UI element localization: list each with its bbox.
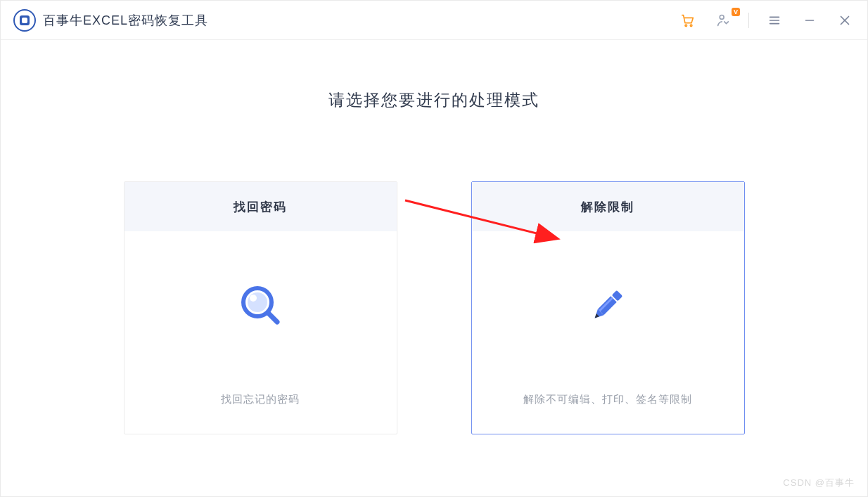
main-content: 请选择您要进行的处理模式 找回密码: [1, 40, 867, 496]
card-desc: 找回忘记的密码: [221, 393, 300, 406]
card-title: 解除限制: [472, 182, 744, 231]
magnifier-icon: [236, 280, 285, 330]
pencil-icon: [583, 280, 632, 330]
menu-button[interactable]: [765, 11, 784, 30]
titlebar-divider: [748, 13, 749, 28]
user-icon: [715, 13, 731, 28]
titlebar-right-controls: V: [678, 11, 855, 30]
svg-line-14: [269, 314, 277, 322]
minimize-icon: [802, 13, 817, 28]
svg-point-12: [248, 292, 267, 312]
card-remove-restriction[interactable]: 解除限制 解除不可编辑、打印、签名等限制: [471, 181, 745, 434]
svg-point-13: [250, 295, 257, 302]
app-window: 百事牛EXCEL密码恢复工具 V: [0, 0, 868, 497]
watermark: CSDN @百事牛: [783, 477, 855, 489]
user-account-button[interactable]: V: [713, 11, 733, 30]
app-logo-icon: [13, 9, 36, 32]
cart-button[interactable]: [678, 11, 698, 30]
minimize-button[interactable]: [800, 11, 819, 30]
app-title: 百事牛EXCEL密码恢复工具: [43, 12, 208, 29]
card-title: 找回密码: [125, 182, 397, 231]
titlebar: 百事牛EXCEL密码恢复工具 V: [1, 1, 867, 40]
vip-badge: V: [732, 8, 740, 16]
app-logo-title: 百事牛EXCEL密码恢复工具: [13, 9, 208, 32]
svg-point-1: [690, 25, 692, 27]
close-button[interactable]: [835, 11, 855, 30]
menu-icon: [767, 13, 782, 28]
svg-point-0: [685, 25, 687, 27]
mode-select-heading: 请选择您要进行的处理模式: [328, 89, 540, 111]
card-desc: 解除不可编辑、打印、签名等限制: [523, 393, 692, 406]
cart-icon: [680, 13, 696, 28]
svg-point-2: [720, 15, 724, 19]
close-icon: [837, 13, 853, 28]
mode-cards: 找回密码 找回忘记的密码 解除限制: [124, 181, 745, 434]
card-recover-password[interactable]: 找回密码 找回忘记的密码: [124, 181, 397, 434]
